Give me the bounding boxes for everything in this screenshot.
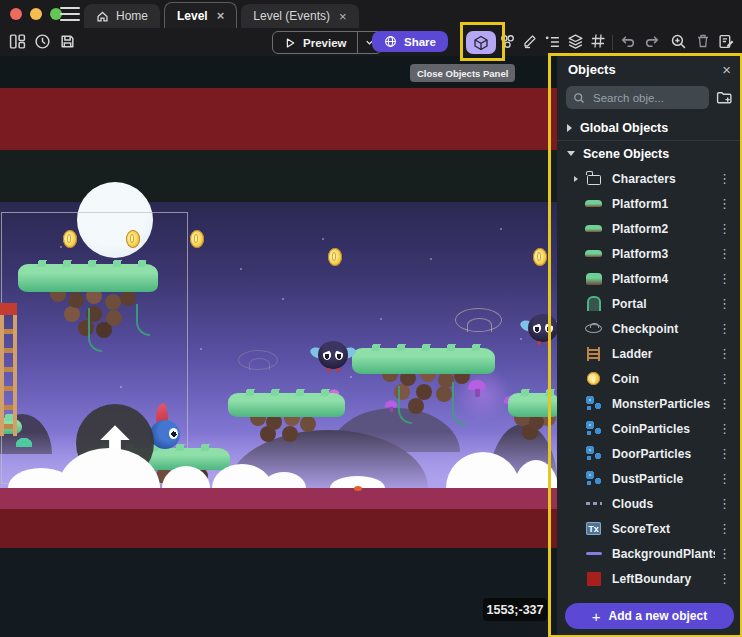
objects-panel: Objects × Global Objects Scene Objects C… — [557, 56, 742, 637]
preview-button[interactable]: Preview — [273, 32, 357, 53]
object-menu-icon[interactable]: ⋮ — [715, 297, 734, 310]
cube-icon — [473, 35, 489, 51]
object-menu-icon[interactable]: ⋮ — [715, 172, 734, 185]
object-list-item[interactable]: BackgroundPlants ⋮ — [557, 541, 742, 566]
layout-panels-icon[interactable] — [9, 33, 26, 50]
platform-sprite[interactable] — [508, 393, 557, 417]
object-menu-icon[interactable]: ⋮ — [715, 272, 734, 285]
object-list-item[interactable]: Ladder ⋮ — [557, 341, 742, 366]
window-controls[interactable] — [10, 8, 62, 20]
object-menu-icon[interactable]: ⋮ — [715, 347, 734, 360]
object-list-item[interactable]: MonsterParticles ⋮ — [557, 391, 742, 416]
coin-sprite[interactable] — [190, 230, 204, 248]
scene-canvas[interactable]: 1553;-337 — [0, 56, 557, 637]
tab-level-events[interactable]: Level (Events) × — [241, 4, 358, 28]
close-tab-icon[interactable]: × — [339, 10, 347, 23]
objects-panel-toggle-button[interactable] — [466, 31, 496, 54]
layers-icon[interactable] — [567, 33, 584, 50]
object-list-item[interactable]: LeftBoundary ⋮ — [557, 566, 742, 591]
upper-dark-band — [0, 150, 557, 202]
object-list-item[interactable]: Checkpoint ⋮ — [557, 316, 742, 341]
delete-icon[interactable] — [695, 33, 711, 49]
object-list-item[interactable]: Platform4 ⋮ — [557, 266, 742, 291]
save-icon[interactable] — [59, 33, 76, 50]
tab-label: Home — [116, 9, 148, 23]
add-new-object-button[interactable]: + Add a new object — [565, 603, 734, 629]
zoom-in-icon[interactable] — [670, 33, 687, 50]
coin-sprite[interactable] — [126, 230, 140, 248]
object-search-box[interactable] — [566, 86, 709, 109]
grid-icon[interactable] — [590, 33, 606, 49]
section-label: Scene Objects — [583, 147, 669, 161]
object-list-item[interactable]: Platform2 ⋮ — [557, 216, 742, 241]
object-menu-icon[interactable]: ⋮ — [715, 572, 734, 585]
object-list-item[interactable]: CoinParticles ⋮ — [557, 416, 742, 441]
section-scene-objects[interactable]: Scene Objects — [557, 141, 742, 166]
object-menu-icon[interactable]: ⋮ — [715, 322, 734, 335]
object-list-item[interactable]: Platform1 ⋮ — [557, 191, 742, 216]
object-list-item[interactable]: Characters ⋮ — [557, 166, 742, 191]
ladder-sprite[interactable] — [0, 303, 17, 436]
preview-split-button[interactable]: Preview — [272, 31, 382, 54]
close-panel-icon[interactable]: × — [722, 62, 731, 77]
coin-sprite[interactable] — [328, 248, 342, 266]
top-boundary-red-band[interactable] — [0, 88, 557, 150]
monster-sprite[interactable] — [310, 341, 356, 375]
object-list-item[interactable]: Coin ⋮ — [557, 366, 742, 391]
redo-icon[interactable] — [644, 33, 661, 50]
tab-label: Level (Events) — [253, 9, 330, 23]
object-menu-icon[interactable]: ⋮ — [715, 372, 734, 385]
object-list-item[interactable]: Platform3 ⋮ — [557, 241, 742, 266]
object-menu-icon[interactable]: ⋮ — [715, 497, 734, 510]
object-name: BackgroundPlants — [612, 547, 715, 561]
object-list-item[interactable]: DoorParticles ⋮ — [557, 441, 742, 466]
object-menu-icon[interactable]: ⋮ — [715, 447, 734, 460]
platform-sprite[interactable] — [228, 393, 345, 417]
object-name: Platform3 — [612, 247, 715, 261]
folder-arrow-icon — [574, 176, 578, 182]
object-search-input[interactable] — [591, 91, 702, 105]
object-menu-icon[interactable]: ⋮ — [715, 397, 734, 410]
monster-feet — [537, 341, 541, 345]
preview-label: Preview — [303, 37, 346, 49]
object-list-item[interactable]: DustParticle ⋮ — [557, 466, 742, 491]
history-icon[interactable] — [34, 33, 51, 50]
platform-sprite[interactable] — [352, 348, 495, 374]
tab-level[interactable]: Level × — [164, 2, 237, 28]
tab-home[interactable]: Home — [84, 4, 160, 28]
object-groups-icon[interactable] — [499, 33, 516, 50]
close-window-icon[interactable] — [10, 8, 22, 20]
section-label: Global Objects — [580, 121, 668, 135]
object-menu-icon[interactable]: ⋮ — [715, 472, 734, 485]
edit-pencil-icon[interactable] — [522, 33, 538, 49]
object-name: Platform4 — [612, 272, 715, 286]
object-menu-icon[interactable]: ⋮ — [715, 547, 734, 560]
close-tab-icon[interactable]: × — [217, 9, 225, 22]
monster-feet — [327, 368, 331, 372]
undo-icon[interactable] — [619, 33, 636, 50]
section-global-objects[interactable]: Global Objects — [557, 115, 742, 141]
object-menu-icon[interactable]: ⋮ — [715, 422, 734, 435]
object-list-item[interactable]: ScoreText ⋮ — [557, 516, 742, 541]
minimize-window-icon[interactable] — [30, 8, 42, 20]
object-menu-icon[interactable]: ⋮ — [715, 197, 734, 210]
instances-list-icon[interactable] — [544, 33, 561, 50]
object-list-item[interactable]: Portal ⋮ — [557, 291, 742, 316]
coin-sprite[interactable] — [63, 230, 77, 248]
object-menu-icon[interactable]: ⋮ — [715, 222, 734, 235]
edit-properties-icon[interactable] — [718, 33, 735, 50]
object-name: MonsterParticles — [612, 397, 715, 411]
main-menu-icon[interactable] — [60, 7, 80, 21]
object-menu-icon[interactable]: ⋮ — [715, 247, 734, 260]
bottom-spacer — [0, 548, 557, 637]
object-menu-icon[interactable]: ⋮ — [715, 522, 734, 535]
object-name: Clouds — [612, 497, 715, 511]
coin-sprite[interactable] — [533, 248, 547, 266]
add-folder-icon[interactable] — [716, 89, 733, 106]
share-button[interactable]: Share — [372, 31, 448, 52]
object-list-item[interactable]: Clouds ⋮ — [557, 491, 742, 516]
ladder-thumbnail-icon — [584, 345, 603, 362]
platform-sprite[interactable] — [18, 264, 158, 292]
monster-sprite[interactable] — [520, 314, 557, 348]
monster-body — [318, 341, 348, 369]
